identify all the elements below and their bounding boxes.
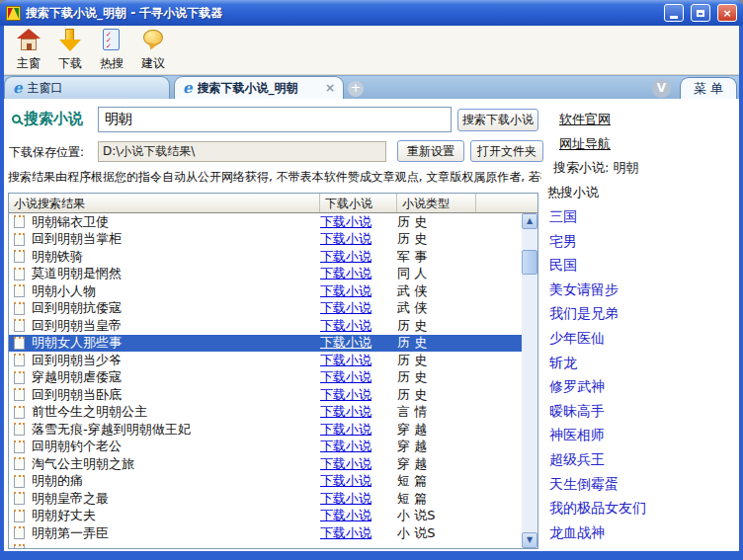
download-novel-link[interactable]: 下载小说 (320, 353, 372, 367)
official-site-link[interactable]: 软件官网 (559, 111, 611, 128)
hot-novel-link[interactable]: 我的极品女友们 (549, 496, 737, 520)
download-novel-link[interactable]: 下载小说 (320, 266, 372, 280)
novel-type: 军 事 (397, 248, 476, 266)
download-novel-link[interactable]: 下载小说 (320, 473, 372, 488)
toolbar-item-main-window[interactable]: 主窗 (10, 28, 47, 73)
hot-novel-link[interactable]: 少年医仙 (549, 326, 737, 351)
column-header-results[interactable]: 小说搜索结果 (9, 194, 320, 212)
minimize-icon (670, 16, 678, 19)
scrollbar-thumb[interactable] (522, 250, 537, 275)
column-header-type[interactable]: 小说类型 (397, 194, 476, 212)
new-tab-button[interactable]: + (348, 81, 364, 97)
menu-button[interactable]: 菜 单 (680, 77, 737, 99)
novel-doc-icon (14, 319, 25, 332)
hot-novel-link[interactable]: 宅男 (549, 229, 737, 254)
download-novel-link[interactable]: 下载小说 (320, 491, 372, 506)
download-novel-link[interactable]: 下载小说 (320, 508, 372, 522)
toolbar-item-hot-search[interactable]: ✓✓✓ 热搜 (93, 28, 130, 73)
table-row[interactable]: 回到明朝当皇帝 下载小说 历 史 (9, 317, 522, 335)
novel-title: 落雪无痕-穿越到明朝做王妃 (32, 421, 320, 439)
tab-close-icon[interactable]: × (325, 81, 335, 95)
hot-novel-link[interactable]: 天生倒霉蛋 (549, 472, 737, 497)
table-row[interactable]: 明朝女人那些事 下载小说 历 史 (9, 335, 522, 353)
download-novel-link[interactable]: 下载小说 (320, 283, 372, 298)
table-row[interactable]: 落雪无痕-穿越到明朝做王妃 下载小说 穿 越 (9, 421, 522, 439)
download-novel-link[interactable]: 下载小说 (320, 335, 372, 350)
scroll-down-icon[interactable]: ▼ (522, 532, 537, 548)
application-window: 搜索下载小说_明朝 - 千寻小说下载器 × 主窗 下载 ✓✓✓ 热搜 建议 e … (0, 0, 743, 560)
download-novel-link[interactable]: 下载小说 (320, 439, 372, 453)
maximize-icon (697, 10, 704, 17)
toolbar-label: 热搜 (100, 55, 124, 72)
hot-novel-link[interactable]: 神医相师 (549, 423, 737, 447)
tab-label: 搜索下载小说_明朝 (198, 80, 320, 97)
hot-novel-link[interactable]: 三国 (549, 204, 737, 229)
hot-novel-link[interactable]: 斩龙 (549, 351, 737, 375)
download-cell: 下载小说 (320, 334, 397, 352)
hot-novel-link[interactable]: 美女请留步 (549, 278, 737, 302)
table-row[interactable]: 明朝锦衣卫使 下载小说 历 史 (9, 213, 522, 231)
table-row[interactable]: 穿越明朝虐倭寇 下载小说 历 史 (9, 369, 522, 387)
download-novel-link[interactable]: 下载小说 (320, 249, 372, 264)
download-novel-link[interactable]: 下载小说 (320, 422, 372, 437)
toolbar-item-download[interactable]: 下载 (51, 28, 89, 73)
table-row[interactable]: 明朝好丈夫 下载小说 小 说S (9, 508, 522, 525)
novel-title: 明朝第一弄臣 (32, 524, 320, 542)
tab-list-button[interactable]: V (652, 79, 671, 98)
table-row[interactable]: 回到明朝当卧底 下载小说 历 史 (9, 386, 522, 404)
table-row[interactable]: 明朝第一弄臣 下载小说 小 说S (9, 524, 522, 542)
download-novel-link[interactable]: 下载小说 (320, 318, 372, 333)
table-row[interactable]: 回到明朝抗倭寇 下载小说 武 侠 (9, 300, 522, 318)
open-folder-button[interactable]: 打开文件夹 (470, 140, 543, 162)
table-row[interactable]: 明朝铁骑 下载小说 军 事 (9, 248, 522, 266)
table-row[interactable]: 回到明朝当掌柜 下载小说 历 史 (9, 231, 522, 249)
download-novel-link[interactable]: 下载小说 (320, 231, 372, 246)
table-row[interactable]: 明朝皇帝之最 下载小说 短 篇 (9, 490, 522, 508)
download-novel-link[interactable]: 下载小说 (320, 369, 372, 384)
download-novel-link[interactable]: 下载小说 (320, 525, 372, 540)
table-row[interactable]: 淘气公主明朝之旅 下载小说 穿 越 (9, 455, 522, 473)
vertical-scrollbar[interactable]: ▲ ▼ (522, 213, 537, 548)
novel-type: 穿 越 (397, 455, 476, 473)
novel-type: 历 史 (397, 317, 476, 335)
hot-novel-link[interactable]: 暧昧高手 (549, 399, 737, 424)
table-row[interactable]: 回明朝钓个老公 下载小说 穿 越 (9, 439, 522, 456)
search-download-button[interactable]: 搜索下载小说 (457, 109, 538, 131)
close-button[interactable]: × (717, 4, 737, 22)
main-toolbar: 主窗 下载 ✓✓✓ 热搜 建议 (4, 26, 739, 75)
save-path-field[interactable]: D:\小说下载结果\ (98, 141, 386, 162)
url-navigation-link[interactable]: 网址导航 (559, 135, 611, 153)
scroll-up-icon[interactable]: ▲ (522, 213, 537, 229)
novel-type: 武 侠 (397, 299, 476, 317)
download-novel-link[interactable]: 下载小说 (320, 387, 372, 402)
table-row[interactable] (9, 542, 522, 549)
hot-novel-link[interactable]: 民国 (549, 253, 737, 278)
hot-novel-link[interactable]: 龙血战神 (549, 520, 737, 545)
download-novel-link[interactable]: 下载小说 (320, 456, 372, 471)
hot-novel-link[interactable]: 我们是兄弟 (549, 301, 737, 326)
column-header-download[interactable]: 下载小说 (320, 194, 397, 212)
download-cell: 下载小说 (320, 472, 397, 490)
download-novel-link[interactable]: 下载小说 (320, 214, 372, 229)
toolbar-item-suggestion[interactable]: 建议 (134, 28, 172, 73)
maximize-button[interactable] (691, 4, 710, 22)
table-row[interactable]: 明朝的痛 下载小说 短 篇 (9, 473, 522, 491)
download-cell: 下载小说 (320, 438, 397, 455)
table-row[interactable]: 明朝小人物 下载小说 武 侠 (9, 282, 522, 300)
tab-main-window[interactable]: e 主窗口 (4, 76, 170, 99)
table-row[interactable]: 前世今生之明朝公主 下载小说 言 情 (9, 404, 522, 422)
novel-title: 明朝小人物 (32, 282, 320, 300)
novel-doc-icon (14, 354, 25, 366)
search-input[interactable] (98, 107, 452, 132)
table-row[interactable]: 莫道明朝是惘然 下载小说 同 人 (9, 266, 522, 283)
table-row[interactable]: 回到明朝当少爷 下载小说 历 史 (9, 352, 522, 369)
novel-type: 言 情 (397, 403, 476, 421)
minimize-button[interactable] (664, 4, 684, 22)
download-novel-link[interactable]: 下载小说 (320, 300, 372, 315)
tab-search-download[interactable]: e 搜索下载小说_明朝 × (174, 76, 344, 99)
download-cell: 下载小说 (320, 299, 397, 317)
hot-novel-link[interactable]: 修罗武神 (549, 374, 737, 399)
reset-path-button[interactable]: 重新设置 (397, 140, 464, 162)
download-novel-link[interactable]: 下载小说 (320, 404, 372, 419)
hot-novel-link[interactable]: 超级兵王 (549, 447, 737, 472)
